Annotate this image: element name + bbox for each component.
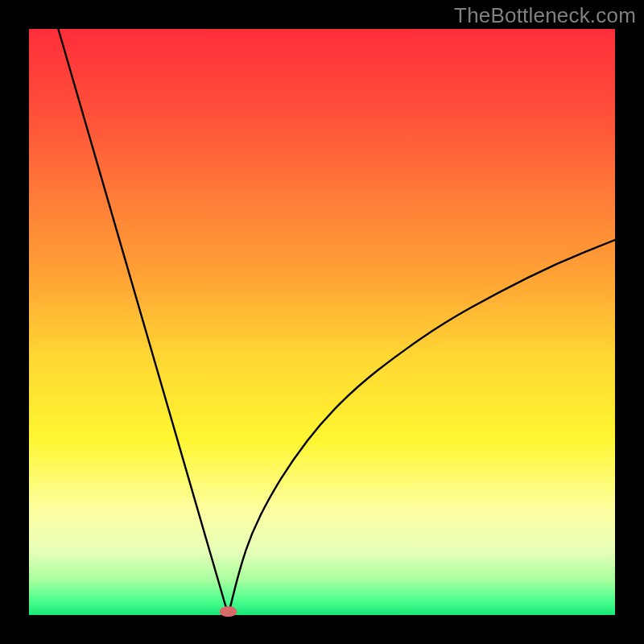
chart-frame: TheBottleneck.com [0,0,644,644]
plot-background [29,29,615,615]
minimum-marker [220,606,237,617]
watermark-text: TheBottleneck.com [454,3,636,28]
bottleneck-chart [0,0,644,644]
